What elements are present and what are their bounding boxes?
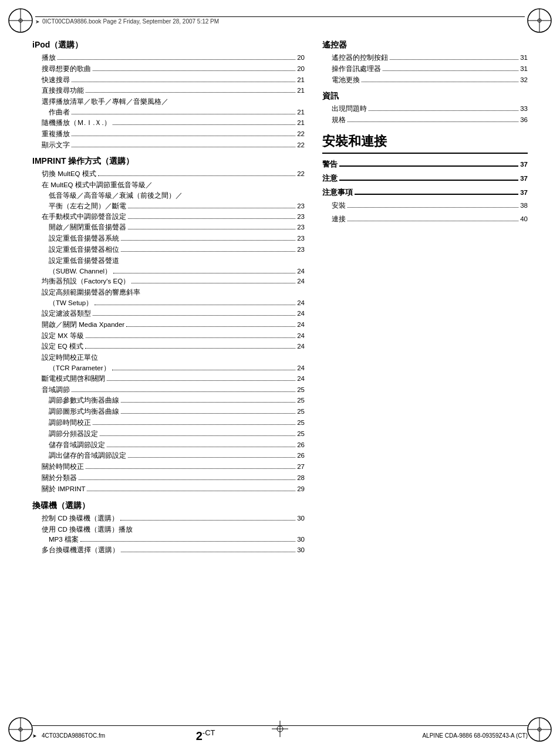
toc-item: 開啟／關閉重低音揚聲器 23 [32, 222, 305, 233]
toc-item: 設定重低音揚聲器相位 23 [32, 245, 305, 255]
corner-tr [525, 6, 554, 35]
toc-item: 儲存音域調節設定 26 [32, 440, 305, 451]
toc-item: 切換 MultEQ 模式 22 [32, 169, 305, 180]
install-heading: 安裝和連接 [322, 133, 528, 154]
right-column: 遙控器 遙控器的控制按鈕 31 操作音訊處理器 31 電池更換 32 [322, 35, 528, 715]
toc-item: 斷電模式開啓和關閉 24 [32, 374, 305, 384]
toc-item: 調節分頻器設定 25 [32, 429, 305, 440]
toc-item-multiline: 在 MultEQ 模式中調節重低音等級／ 低音等級／高音等級／衰減（前後之間）／… [32, 180, 305, 211]
toc-item-multiline: 設定時間校正單位 （TCR Parameter） 24 [32, 353, 305, 374]
toc-item: 顯示文字 22 [32, 140, 305, 151]
toc-item: 隨機播放（Ｍ.Ｉ.Ｘ.） 21 [32, 118, 305, 129]
imprint-section: IMPRINT 操作方式（選購） 切換 MultEQ 模式 22 在 MultE… [32, 156, 305, 494]
header-arrow: ➤ [35, 19, 40, 25]
toc-item: 在手動模式中調節聲音設定 23 [32, 212, 305, 222]
ipod-section: iPod（選購） 播放 20 搜尋想要的歌曲 20 快速搜尋 21 [32, 40, 305, 150]
toc-item: 出現問題時 33 [322, 104, 528, 114]
remote-section: 遙控器 遙控器的控制按鈕 31 操作音訊處理器 31 電池更換 32 [322, 40, 528, 85]
toc-item: 重複播放 22 [32, 129, 305, 140]
header-text: 0ICT00CDA9886.book Page 2 Friday, Septem… [42, 18, 219, 25]
changer-section: 換碟機（選購） 控制 CD 換碟機（選購） 30 使用 CD 換碟機（選購）播放… [32, 501, 305, 556]
two-column-layout: iPod（選購） 播放 20 搜尋想要的歌曲 20 快速搜尋 21 [32, 35, 528, 715]
install-item-keikoku: 警告 37 [322, 158, 528, 171]
install-item-chui: 注意 37 [322, 173, 528, 185]
footer-model: ALPINE CDA-9886 68-09359Z43-A (CT) [422, 732, 528, 739]
install-item-connect: 連接 40 [322, 214, 528, 225]
toc-item-multiline: 設定高頻範圍揚聲器的響應斜率 （TW Setup） 24 [32, 288, 305, 309]
toc-item: 調出儲存的音域調節設定 26 [32, 451, 305, 461]
header-bar: ➤ 0ICT00CDA9886.book Page 2 Friday, Sept… [35, 16, 525, 25]
toc-item: 均衡器預設（Factory's EQ） 24 [32, 276, 305, 287]
toc-item: 調節時間校正 25 [32, 418, 305, 428]
changer-heading: 換碟機（選購） [32, 501, 305, 511]
footer-page-number: 2-CT [196, 728, 215, 743]
toc-item: 設定 MX 等級 24 [32, 331, 305, 342]
toc-item: 規格 36 [322, 115, 528, 126]
remote-heading: 遙控器 [322, 40, 528, 50]
toc-item-multiline: 選擇播放清單／歌手／專輯／音樂風格／ 作曲者 21 [32, 97, 305, 118]
corner-tl [6, 6, 35, 35]
install-item-chuijiko: 注意事項 37 [322, 187, 528, 199]
toc-item: 調節圖形式均衡器曲線 25 [32, 407, 305, 417]
ipod-heading: iPod（選購） [32, 40, 305, 50]
toc-item: 快速搜尋 21 [32, 75, 305, 86]
toc-item: 搜尋想要的歌曲 20 [32, 64, 305, 75]
toc-item: 操作音訊處理器 31 [322, 64, 528, 75]
main-content: iPod（選購） 播放 20 搜尋想要的歌曲 20 快速搜尋 21 [32, 35, 528, 715]
toc-item: 電池更換 32 [322, 75, 528, 86]
toc-item: 開啟／關閉 Media Xpander 24 [32, 320, 305, 330]
toc-item: 音域調節 25 [32, 385, 305, 396]
toc-item: 關於 IMPRINT 29 [32, 484, 305, 495]
toc-item: 關於分類器 28 [32, 473, 305, 484]
toc-item: 設定 EQ 模式 24 [32, 342, 305, 352]
toc-item: 播放 20 [32, 53, 305, 63]
corner-bl [6, 715, 35, 744]
toc-item-multiline: 使用 CD 換碟機（選購）播放 MP3 檔案 30 [32, 525, 305, 546]
corner-br [525, 715, 554, 744]
footer-arrow: ➤ [32, 733, 37, 739]
page-wrapper: ➤ 0ICT00CDA9886.book Page 2 Friday, Sept… [0, 0, 560, 750]
toc-item-multiline: 設定重低音揚聲器聲道 （SUBW. Channel） 24 [32, 256, 305, 277]
toc-item: 設定重低音揚聲器系統 23 [32, 234, 305, 244]
footer: ➤ 4CT03CDA9886TOC.fm 2-CT ALPINE CDA-988… [32, 725, 528, 743]
install-item-install: 安裝 38 [322, 200, 528, 211]
install-section: 安裝和連接 警告 37 注意 37 注意事項 [322, 133, 528, 225]
toc-item: 關於時間校正 27 [32, 462, 305, 472]
toc-item: 遙控器的控制按鈕 31 [322, 53, 528, 63]
imprint-heading: IMPRINT 操作方式（選購） [32, 156, 305, 167]
toc-item: 控制 CD 換碟機（選購） 30 [32, 513, 305, 524]
toc-item: 調節參數式均衡器曲線 25 [32, 396, 305, 406]
footer-filename: 4CT03CDA9886TOC.fm [42, 732, 105, 739]
toc-item: 多台換碟機選擇（選購） 30 [32, 545, 305, 556]
info-section: 資訊 出現問題時 33 規格 36 [322, 91, 528, 126]
toc-item: 設定濾波器類型 24 [32, 309, 305, 319]
toc-item: 直接搜尋功能 21 [32, 86, 305, 96]
info-heading: 資訊 [322, 91, 528, 102]
left-column: iPod（選購） 播放 20 搜尋想要的歌曲 20 快速搜尋 21 [32, 35, 305, 715]
